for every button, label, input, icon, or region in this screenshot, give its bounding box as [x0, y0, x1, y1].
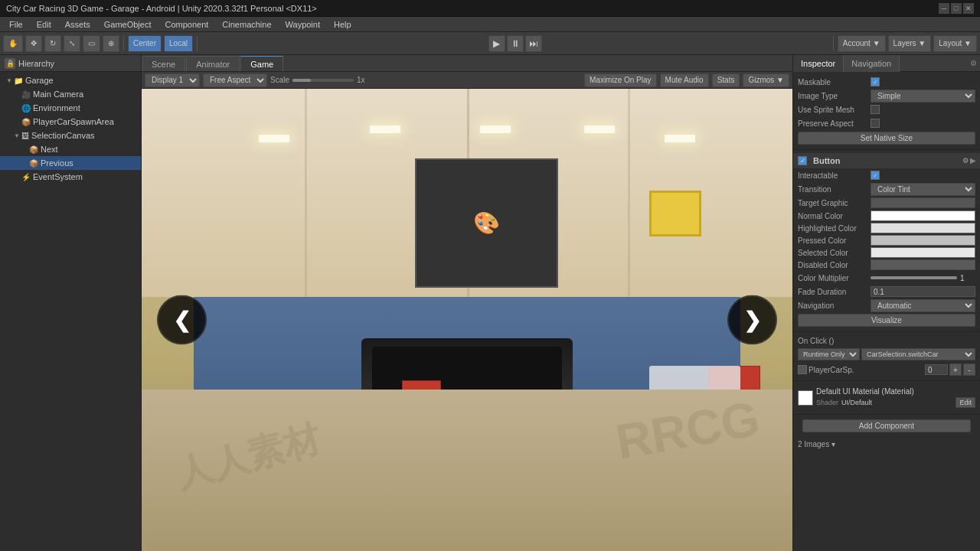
color-multiplier-slider[interactable] — [871, 276, 957, 279]
mute-audio-button[interactable]: Mute Audio — [660, 73, 709, 87]
navigation-tab[interactable]: Navigation — [844, 55, 900, 72]
hier-icon-events: ⚡ — [21, 173, 31, 181]
hier-icon-spawn: 📦 — [21, 118, 31, 126]
highlighted-color-swatch[interactable] — [871, 223, 975, 233]
visualize-button[interactable]: Visualize — [798, 314, 975, 327]
edit-material-button[interactable]: Edit — [956, 397, 975, 408]
tab-scene[interactable]: Scene — [142, 56, 185, 71]
disabled-color-swatch[interactable] — [871, 259, 975, 270]
play-button[interactable]: ▶ — [488, 35, 505, 52]
universal-tool-button[interactable]: ⊕ — [103, 35, 119, 52]
target-graphic-field[interactable] — [871, 197, 975, 208]
space-local-button[interactable]: Local — [164, 35, 193, 52]
stats-button[interactable]: Stats — [712, 73, 740, 87]
scale-tool-button[interactable]: ⤡ — [64, 35, 80, 52]
maximize-button[interactable]: □ — [951, 3, 962, 14]
move-tool-button[interactable]: ✥ — [25, 35, 42, 52]
component-settings-icon[interactable]: ⚙ — [962, 157, 969, 165]
maximize-play-button[interactable]: Maximize On Play — [584, 73, 657, 87]
hier-item-garage[interactable]: ▼ 📁 Garage — [0, 73, 141, 87]
nav-arrow-right[interactable]: ❯ — [727, 295, 777, 345]
separator3 — [833, 36, 834, 51]
images-count-row: 2 Images ▾ — [793, 437, 980, 451]
gizmos-button[interactable]: Gizmos ▼ — [743, 73, 789, 87]
hier-item-environment[interactable]: 🌐 Environment — [0, 101, 141, 115]
hier-item-previous[interactable]: 📦 Previous — [0, 156, 141, 170]
menu-file[interactable]: File — [3, 18, 29, 31]
interactable-checkbox[interactable]: ✓ — [871, 171, 880, 180]
maskable-checkbox[interactable]: ✓ — [871, 77, 880, 86]
runtime-dropdown[interactable]: Runtime Only — [798, 348, 860, 360]
component-expand-icon[interactable]: ▶ — [970, 157, 975, 165]
light-fixture-1 — [259, 135, 289, 142]
set-native-size-button[interactable]: Set Native Size — [798, 132, 975, 145]
material-swatch[interactable] — [798, 390, 813, 406]
aspect-dropdown[interactable]: Free Aspect — [203, 73, 267, 87]
tab-game[interactable]: Game — [240, 56, 283, 71]
scale-slider[interactable] — [292, 79, 354, 82]
function-dropdown[interactable]: CarSelection.switchCar — [861, 348, 975, 360]
color-multiplier-value: 1 — [960, 274, 975, 282]
hier-item-next[interactable]: 📦 Next — [0, 142, 141, 156]
hier-item-spawn[interactable]: 📦 PlayerCarSpawnArea — [0, 115, 141, 129]
fade-duration-input[interactable]: 0.1 — [871, 286, 975, 297]
param-value-input[interactable]: 0 — [925, 364, 948, 375]
onclick-remove-button[interactable]: - — [963, 364, 975, 376]
hier-item-main-camera[interactable]: 🎥 Main Camera — [0, 87, 141, 101]
use-sprite-row: Use Sprite Mesh — [793, 103, 980, 116]
step-button[interactable]: ⏭ — [525, 35, 542, 52]
close-button[interactable]: ✕ — [963, 3, 974, 14]
onclick-add-button[interactable]: + — [949, 364, 962, 376]
selected-color-swatch[interactable] — [871, 247, 975, 258]
hier-arrow-garage: ▼ — [6, 77, 14, 84]
account-button[interactable]: Account ▼ — [838, 35, 886, 52]
inspector-gear-icon[interactable]: ⚙ — [970, 59, 977, 67]
rotate-tool-button[interactable]: ↻ — [44, 35, 61, 52]
hier-item-eventsystem[interactable]: ⚡ EventSystem — [0, 170, 141, 184]
material-name: Default UI Material (Material) — [816, 387, 975, 396]
hier-icon-previous: 📦 — [29, 159, 38, 168]
pivot-center-button[interactable]: Center — [128, 35, 162, 52]
minimize-button[interactable]: ─ — [939, 3, 949, 14]
transition-dropdown[interactable]: Color Tint — [871, 183, 975, 196]
menu-edit[interactable]: Edit — [31, 18, 57, 31]
menu-help[interactable]: Help — [328, 18, 358, 31]
layout-button[interactable]: Layout ▼ — [933, 35, 977, 52]
menu-cinemachine[interactable]: Cinemachine — [216, 18, 277, 31]
separator2 — [197, 36, 198, 51]
menu-component[interactable]: Component — [158, 18, 214, 31]
display-dropdown[interactable]: Display 1 — [145, 73, 200, 87]
hand-tool-button[interactable]: ✋ — [3, 35, 23, 52]
tab-animator[interactable]: Animator — [186, 56, 240, 71]
button-enabled-checkbox[interactable]: ✓ — [798, 156, 807, 165]
shader-value: UI/Default — [841, 399, 872, 406]
hier-label-canvas: SelectionCanvas — [31, 131, 95, 140]
navigation-dropdown[interactable]: Automatic — [871, 299, 975, 312]
image-type-dropdown[interactable]: Simple — [871, 90, 975, 103]
nav-arrow-left[interactable]: ❮ — [157, 295, 207, 345]
menu-waypoint[interactable]: Waypoint — [279, 18, 326, 31]
pause-button[interactable]: ⏸ — [507, 35, 524, 52]
normal-color-label: Normal Color — [798, 212, 871, 220]
rect-tool-button[interactable]: ▭ — [83, 35, 100, 52]
toolbar: ✋ ✥ ↻ ⤡ ▭ ⊕ Center Local ▶ ⏸ ⏭ Account ▼… — [0, 32, 980, 55]
garage-scene: 🎨 — [142, 89, 792, 551]
inspector-tab[interactable]: Inspector — [793, 55, 844, 72]
inspector-options: ⚙ — [970, 55, 980, 71]
param-object-field[interactable] — [798, 365, 807, 374]
garage-floor — [142, 390, 792, 551]
layers-button[interactable]: Layers ▼ — [888, 35, 932, 52]
hier-item-canvas[interactable]: ▼ 🖼 SelectionCanvas — [0, 129, 141, 142]
menu-assets[interactable]: Assets — [59, 18, 96, 31]
hierarchy-title: Hierarchy — [18, 59, 54, 68]
image-type-label: Image Type — [798, 92, 871, 100]
hierarchy-lock-button[interactable]: 🔒 — [5, 58, 15, 69]
button-component-header[interactable]: ✓ Button ⚙ ▶ — [793, 153, 980, 168]
add-component-button[interactable]: Add Component — [802, 419, 971, 432]
preserve-aspect-checkbox[interactable] — [871, 119, 880, 128]
pressed-color-swatch[interactable] — [871, 235, 975, 246]
menu-gameobject[interactable]: GameObject — [98, 18, 158, 31]
normal-color-swatch[interactable] — [871, 210, 975, 221]
light-fixture-4 — [584, 126, 615, 133]
use-sprite-checkbox[interactable] — [871, 105, 880, 114]
